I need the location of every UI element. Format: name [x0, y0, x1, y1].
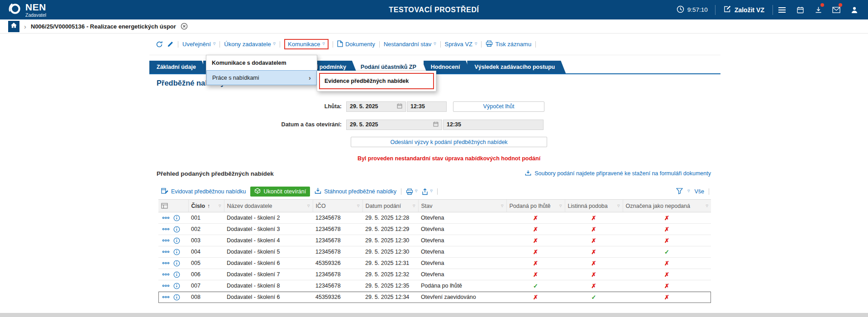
- table-row[interactable]: 008 Dodavatel - školení 6 45359326 29. 5…: [158, 292, 711, 303]
- row-info-icon[interactable]: [173, 237, 180, 244]
- column-settings[interactable]: [158, 200, 188, 212]
- create-vz-label: Založit VZ: [734, 6, 764, 14]
- lhuta-time-input[interactable]: 12:35: [407, 101, 447, 112]
- separator: [178, 41, 178, 48]
- otevirani-date-input[interactable]: 29. 5. 2025: [346, 120, 442, 130]
- table-row[interactable]: 007 Dodavatel - školení 8 12345678 29. 5…: [158, 280, 711, 292]
- column-podana-po-lhute[interactable]: Podaná po lhůtě▽: [506, 200, 565, 212]
- cell-nepodana: ✓: [623, 246, 711, 258]
- column-oznacena-jako-nepodana[interactable]: Označena jako nepodaná▽: [623, 200, 711, 212]
- print-grid-button[interactable]: ▽: [406, 188, 417, 195]
- filter-caret-icon[interactable]: ▽: [559, 204, 562, 208]
- column-ico[interactable]: IČO▽: [313, 200, 362, 212]
- filter-caret-icon[interactable]: ▽: [219, 204, 221, 208]
- files-download-link[interactable]: Soubory podání najdete připravené ke sta…: [525, 170, 711, 178]
- edit-record-icon[interactable]: [167, 41, 174, 48]
- date-value: 29. 5. 2025: [350, 103, 378, 110]
- table-row[interactable]: 005 Dodavatel - školení 6 45359326 29. 5…: [158, 258, 711, 269]
- ukoncit-otevirani-button[interactable]: Ukončit otevírání: [250, 187, 310, 197]
- cell-ico: 12345678: [313, 269, 362, 280]
- separator: [280, 41, 280, 48]
- menu-item-prace-s-nabidkami[interactable]: Práce s nabídkami ›: [206, 70, 317, 85]
- messages-icon[interactable]: [827, 0, 845, 19]
- evidovat-nabidku-button[interactable]: Evidovat předběžnou nabídku: [161, 187, 246, 196]
- menu-label: Tisk záznamu: [495, 41, 531, 48]
- otevirani-label: Datum a čas otevírání:: [149, 121, 346, 128]
- refresh-icon[interactable]: [156, 41, 163, 48]
- column-datum-podani[interactable]: Datum podání▽: [362, 200, 418, 212]
- calendar-icon[interactable]: [433, 121, 439, 128]
- cross-icon: ✗: [664, 260, 669, 267]
- menu-komunikace[interactable]: Komunikace ▽: [284, 39, 329, 49]
- create-vz-button[interactable]: Založit VZ: [715, 5, 773, 14]
- filter-caret-icon[interactable]: ▽: [501, 204, 503, 208]
- row-info-icon[interactable]: [173, 260, 180, 267]
- close-record-icon[interactable]: [181, 23, 188, 30]
- cell-stav: Otevřena: [418, 269, 506, 280]
- date-value: 29. 5. 2025: [350, 121, 378, 128]
- filter-caret-icon[interactable]: ▽: [617, 204, 620, 208]
- separator: [709, 188, 709, 195]
- caret-down-icon: ▽: [213, 42, 215, 46]
- caret-down-icon: ▽: [273, 42, 276, 46]
- table-row[interactable]: 004 Dodavatel - školení 5 12345678 29. 5…: [158, 246, 711, 258]
- row-menu-icon[interactable]: [162, 284, 170, 287]
- row-menu-icon[interactable]: [162, 262, 170, 264]
- home-button[interactable]: [8, 21, 19, 32]
- row-menu-icon[interactable]: [162, 250, 170, 253]
- menu-dokumenty[interactable]: Dokumenty: [337, 40, 375, 48]
- filter-all-label[interactable]: Vše: [694, 188, 704, 195]
- row-info-icon[interactable]: [173, 271, 180, 278]
- filter-icon[interactable]: [676, 188, 683, 196]
- row-info-icon[interactable]: [173, 294, 180, 301]
- tab-zakladni-udaje[interactable]: Základní údaje: [149, 61, 207, 73]
- row-menu-icon[interactable]: [162, 273, 170, 276]
- cell-nazev: Dodavatel - školení 5: [224, 246, 313, 258]
- environment-title: TESTOVACÍ PROSTŘEDÍ: [389, 6, 479, 14]
- row-menu-icon[interactable]: [162, 228, 170, 231]
- tab-vysledek-zadavaciho-postupu[interactable]: Výsledek zadávacího postupu: [467, 61, 566, 73]
- filter-caret-icon[interactable]: ▽: [413, 204, 415, 208]
- vypocet-lhut-button[interactable]: Výpočet lhůt: [453, 101, 544, 112]
- user-icon[interactable]: [845, 0, 863, 19]
- row-menu-icon[interactable]: [162, 239, 170, 242]
- calendar-icon[interactable]: [397, 103, 402, 110]
- brand[interactable]: NEN Zadavatel: [8, 2, 46, 18]
- menu-icon[interactable]: [773, 0, 791, 19]
- row-menu-icon[interactable]: [162, 216, 170, 219]
- table-row[interactable]: 006 Dodavatel - školení 7 12345678 29. 5…: [158, 269, 711, 280]
- menu-sprava-vz[interactable]: Správa VZ ▽: [445, 41, 477, 48]
- sort-asc-icon: ↑: [207, 203, 210, 209]
- menu-item-komunikace-s-dodavatelem[interactable]: Komunikace s dodavatelem: [206, 55, 317, 70]
- row-info-icon[interactable]: [173, 249, 180, 255]
- menu-nestandardni-stav[interactable]: Nestandardní stav ▽: [384, 41, 436, 48]
- column-listinna-podoba[interactable]: Listinná podoba▽: [565, 200, 623, 212]
- filter-caret-icon[interactable]: ▽: [307, 204, 310, 208]
- column-cislo[interactable]: Číslo↑▽: [188, 200, 224, 212]
- row-info-icon[interactable]: [173, 215, 180, 221]
- cell-po-lhute: ✗: [506, 292, 565, 303]
- menu-ukony-zadavatele[interactable]: Úkony zadavatele ▽: [224, 41, 276, 48]
- menu-tisk-zaznamu[interactable]: Tisk záznamu: [486, 40, 531, 48]
- filter-caret-icon[interactable]: ▽: [357, 204, 359, 208]
- lhuta-date-input[interactable]: 29. 5. 2025: [346, 101, 406, 112]
- stahnout-nabidky-button[interactable]: Stáhnout předběžné nabídky: [315, 187, 396, 196]
- row-info-icon[interactable]: [173, 283, 180, 289]
- row-menu-icon[interactable]: [162, 296, 170, 298]
- table-row[interactable]: 003 Dodavatel - školení 4 12345678 29. 5…: [158, 235, 711, 246]
- column-nazev-dodavatele[interactable]: Název dodavatele▽: [224, 200, 313, 212]
- menu-uverejneni[interactable]: Uveřejnění ▽: [182, 41, 215, 48]
- table-row[interactable]: 002 Dodavatel - školení 3 12345678 29. 5…: [158, 224, 711, 235]
- filter-caret-icon[interactable]: ▽: [706, 204, 708, 208]
- table-row[interactable]: 001 Dodavatel - školení 2 12345678 29. 5…: [158, 212, 711, 224]
- menu-item-evidence-predbeznych-nabidek[interactable]: Evidence předběžných nabídek: [319, 73, 434, 89]
- calendar-icon[interactable]: [791, 0, 809, 19]
- otevirani-time-input[interactable]: 12:35: [443, 120, 544, 130]
- downloads-icon[interactable]: [809, 0, 827, 19]
- odeslani-vyzvy-button[interactable]: Odeslání výzvy k podání předběžných nabí…: [351, 137, 547, 147]
- cell-cislo: 003: [188, 235, 224, 246]
- column-stav[interactable]: Stav▽: [418, 200, 506, 212]
- export-grid-button[interactable]: ▽: [422, 188, 432, 195]
- row-info-icon[interactable]: [173, 226, 180, 233]
- cross-icon: ✗: [664, 237, 669, 244]
